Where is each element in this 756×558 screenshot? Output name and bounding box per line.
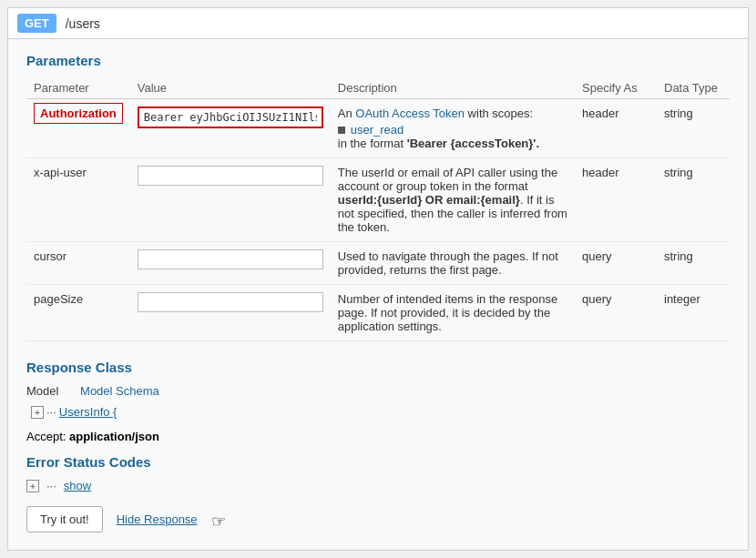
method-badge: GET: [17, 14, 56, 33]
param-name-authorization: Authorization: [26, 99, 130, 158]
try-it-out-button[interactable]: Try it out!: [26, 506, 103, 533]
table-row: pageSize Number of intended items in the…: [26, 285, 730, 341]
response-class-section: Response Class Model Model Schema + ··· …: [26, 360, 730, 419]
oauth-link[interactable]: OAuth Access Token: [355, 107, 465, 120]
param-value-pagesize[interactable]: [130, 285, 331, 341]
error-ellipsis: ···: [46, 479, 56, 492]
col-header-value: Value: [130, 77, 331, 99]
error-expand-row: + ··· show: [26, 479, 730, 492]
endpoint-bar: GET /users: [7, 7, 749, 39]
pagesize-input[interactable]: [138, 292, 323, 312]
table-row: cursor Used to navigate through the page…: [26, 242, 730, 285]
ellipsis: ···: [46, 405, 56, 419]
user-read-link[interactable]: user_read: [351, 123, 404, 137]
param-value-x-api-user[interactable]: [130, 158, 331, 242]
param-type-authorization: string: [657, 99, 730, 158]
param-desc-x-api-user: The userId or email of API caller using …: [331, 158, 575, 242]
param-specify-pagesize: query: [575, 285, 657, 341]
parameters-title: Parameters: [26, 53, 730, 68]
param-specify-cursor: query: [575, 242, 657, 285]
param-type-x-api-user: string: [657, 158, 730, 242]
action-bar: Try it out! Hide Response ☞: [26, 506, 730, 533]
param-name-x-api-user: x-api-user: [26, 158, 130, 242]
col-header-description: Description: [331, 77, 575, 99]
param-value-cursor[interactable]: [130, 242, 331, 285]
param-name-pagesize: pageSize: [26, 285, 130, 341]
response-class-title: Response Class: [26, 360, 730, 375]
error-status-title: Error Status Codes: [26, 454, 730, 470]
param-name-cursor: cursor: [26, 242, 130, 285]
cursor-hand-icon: ☞: [211, 512, 226, 532]
expand-icon[interactable]: +: [31, 406, 44, 419]
error-expand-icon[interactable]: +: [26, 480, 39, 492]
bullet-icon: [338, 127, 345, 134]
authorization-input[interactable]: [138, 107, 323, 128]
col-header-specify-as: Specify As: [575, 77, 657, 99]
accept-label: Accept:: [26, 430, 66, 443]
error-show-link[interactable]: show: [64, 479, 91, 492]
users-info-link[interactable]: UsersInfo {: [59, 405, 117, 419]
param-value-authorization[interactable]: [130, 99, 331, 158]
param-type-pagesize: integer: [657, 285, 730, 341]
col-header-parameter: Parameter: [26, 77, 130, 99]
model-tabs: Model Model Schema: [26, 384, 730, 398]
parameters-table: Parameter Value Description Specify As D…: [26, 77, 730, 341]
param-specify-authorization: header: [575, 99, 657, 158]
param-desc-authorization: An OAuth Access Token with scopes: user_…: [331, 99, 575, 158]
tab-model[interactable]: Model: [26, 384, 58, 398]
table-row: x-api-user The userId or email of API ca…: [26, 158, 730, 242]
app-container: GET /users Parameters Parameter Value De…: [0, 0, 756, 558]
x-api-user-input[interactable]: [138, 166, 323, 186]
main-panel: Parameters Parameter Value Description S…: [7, 39, 749, 551]
users-info-row: + ··· UsersInfo {: [31, 405, 730, 419]
col-header-data-type: Data Type: [657, 77, 730, 99]
tab-model-schema[interactable]: Model Schema: [80, 384, 159, 398]
hide-response-link[interactable]: Hide Response: [117, 512, 198, 526]
param-desc-cursor: Used to navigate through the pages. If n…: [331, 242, 575, 285]
endpoint-path: /users: [66, 16, 100, 31]
cursor-input[interactable]: [138, 249, 323, 269]
accept-line: Accept: application/json: [26, 430, 730, 443]
error-status-section: Error Status Codes + ··· show: [26, 454, 730, 492]
param-specify-x-api-user: header: [575, 158, 657, 242]
accept-value: application/json: [69, 430, 159, 443]
param-type-cursor: string: [657, 242, 730, 285]
table-row: Authorization An OAuth Access Token with…: [26, 99, 730, 158]
param-desc-pagesize: Number of intended items in the response…: [331, 285, 575, 341]
